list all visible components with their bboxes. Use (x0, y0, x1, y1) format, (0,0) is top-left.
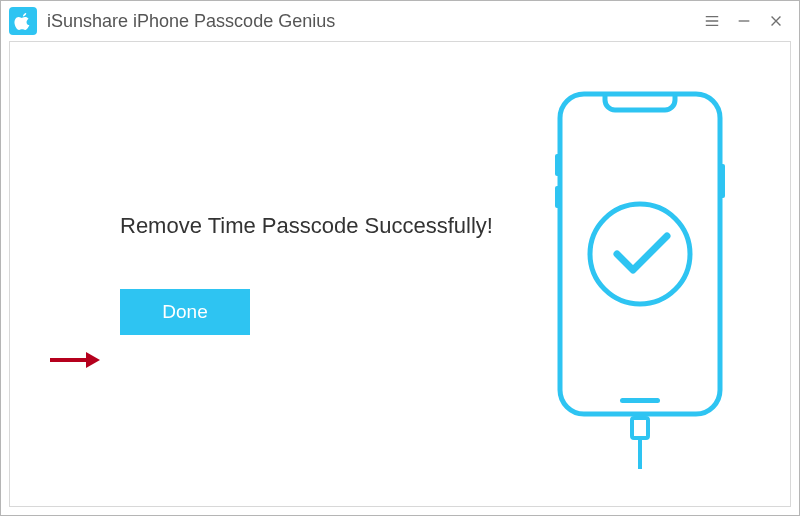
svg-rect-3 (720, 164, 725, 198)
right-pane (520, 42, 790, 506)
titlebar: iSunshare iPhone Passcode Genius (1, 1, 799, 41)
success-message: Remove Time Passcode Successfully! (120, 213, 520, 239)
window-controls (703, 12, 791, 30)
svg-rect-5 (620, 398, 660, 403)
app-title: iSunshare iPhone Passcode Genius (47, 11, 703, 32)
close-icon[interactable] (767, 12, 785, 30)
menu-icon[interactable] (703, 12, 721, 30)
annotation-arrow-icon (50, 352, 100, 368)
phone-success-icon (545, 74, 735, 474)
left-pane: Remove Time Passcode Successfully! Done (10, 213, 520, 335)
app-window: iSunshare iPhone Passcode Genius Remove … (0, 0, 800, 516)
svg-rect-1 (555, 154, 560, 176)
svg-rect-6 (631, 412, 649, 416)
svg-rect-2 (555, 186, 560, 208)
content: Remove Time Passcode Successfully! Done (10, 42, 790, 506)
svg-rect-0 (560, 94, 720, 414)
minimize-icon[interactable] (735, 12, 753, 30)
svg-point-4 (590, 204, 690, 304)
svg-rect-7 (632, 418, 648, 438)
content-frame: Remove Time Passcode Successfully! Done (9, 41, 791, 507)
done-button[interactable]: Done (120, 289, 250, 335)
app-logo-icon (9, 7, 37, 35)
